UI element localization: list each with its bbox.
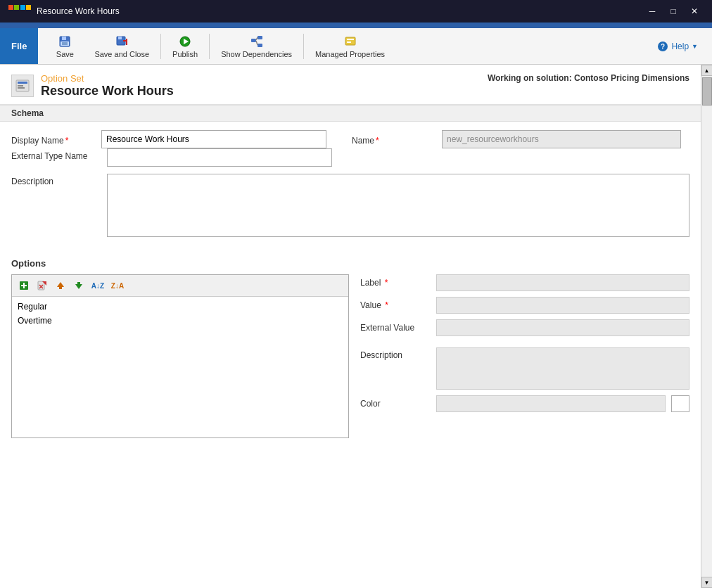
options-list-area: A↓Z Z↓A Regular Overtime [11,274,349,438]
option-desc-textarea[interactable] [436,347,689,390]
help-dropdown-icon: ▼ [692,43,698,50]
show-deps-button[interactable]: Show Dependencies [212,30,300,63]
save-close-label: Save and Close [94,50,149,58]
option-desc-row: Description [360,347,689,390]
display-name-group: Display Name* [11,130,326,148]
spacer [360,342,689,347]
form-breadcrumb: Option Set [41,73,174,84]
publish-button[interactable]: Publish [164,30,206,63]
svg-rect-17 [347,41,351,43]
window-title: Resource Work Hours [37,6,637,16]
window-controls: ─ □ ✕ [643,4,704,18]
ribbon-toolbar: File Save [0,28,712,65]
option-value-label: Value * [360,300,431,310]
form-header: Option Set Resource Work Hours Working o… [0,65,701,105]
move-up-button[interactable] [53,278,68,293]
name-group: Name* [352,130,689,148]
option-color-label: Color [360,399,431,409]
option-ext-value-input[interactable] [436,319,689,336]
move-down-button[interactable] [71,278,87,293]
svg-rect-3 [62,42,68,45]
publish-icon [178,34,192,49]
color-swatch[interactable] [671,395,689,412]
show-deps-label: Show Dependencies [221,50,292,58]
maximize-button[interactable]: □ [664,4,682,18]
close-button[interactable]: ✕ [685,4,704,18]
ribbon-accent-strip [0,23,712,28]
option-value-input[interactable] [436,297,689,314]
option-label-input[interactable] [436,274,689,291]
sort-asc-button[interactable]: A↓Z [89,278,106,293]
save-button[interactable]: Save [44,30,86,63]
svg-text:?: ? [661,43,665,51]
solution-info: Working on solution: Contoso Pricing Dim… [488,73,689,83]
delete-option-button[interactable] [34,278,50,293]
options-layout: A↓Z Z↓A Regular Overtime [11,274,689,438]
option-color-input[interactable] [436,395,666,412]
label-required: * [385,278,388,288]
display-name-label: Display Name* [11,133,96,146]
display-name-name-row: Display Name* Name* [11,130,689,148]
add-option-button[interactable] [16,278,32,293]
managed-props-button[interactable]: Managed Properties [307,30,393,63]
minimize-button[interactable]: ─ [643,4,661,18]
options-toolbar: A↓Z Z↓A [12,275,348,297]
save-icon [58,34,72,49]
external-type-input[interactable] [107,148,332,167]
help-icon: ? [657,41,668,52]
option-ext-value-row: External Value [360,319,689,336]
options-right-panel: Label * Value * [360,274,689,438]
options-list: Regular Overtime [12,297,348,437]
save-label: Save [56,50,74,58]
external-type-label: External Type Name [11,148,96,161]
value-required: * [385,300,388,310]
file-button[interactable]: File [0,28,38,64]
save-close-icon [115,34,129,49]
svg-marker-33 [75,284,82,289]
svg-rect-21 [18,82,27,84]
options-title: Options [11,258,689,269]
svg-rect-10 [251,39,256,42]
scroll-down-arrow[interactable]: ▼ [701,577,713,588]
name-input[interactable] [442,130,681,148]
description-row: Description [11,174,689,237]
show-deps-icon [250,34,264,49]
scroll-thumb[interactable] [702,77,712,106]
ribbon-sep-3 [303,34,304,59]
svg-rect-23 [18,87,25,89]
svg-rect-16 [347,39,354,40]
sort-desc-button[interactable]: Z↓A [109,278,126,293]
form-title-text: Option Set Resource Work Hours [41,73,174,98]
title-bar: Resource Work Hours ─ □ ✕ [0,0,712,23]
option-desc-label: Description [360,347,431,360]
help-button[interactable]: ? Help ▼ [649,37,706,56]
svg-rect-1 [62,37,66,40]
svg-rect-32 [59,287,62,289]
name-label: Name* [352,133,436,146]
scrollbar[interactable]: ▲ ▼ [701,65,712,588]
display-name-input[interactable] [101,130,326,148]
scroll-up-arrow[interactable]: ▲ [701,65,713,76]
schema-fields: Display Name* Name* External Type Name [0,122,701,253]
option-label-row: Label * [360,274,689,291]
ribbon-sep-2 [209,34,210,59]
description-textarea[interactable] [107,174,689,237]
option-label-label: Label * [360,278,431,288]
option-item-overtime[interactable]: Overtime [12,314,348,328]
help-label: Help [671,41,689,51]
managed-props-label: Managed Properties [315,50,385,58]
description-label: Description [11,174,96,186]
form-icon [11,75,34,97]
svg-rect-27 [38,281,44,290]
display-name-required: * [65,136,69,146]
option-color-row: Color [360,395,689,412]
svg-line-14 [256,41,258,45]
svg-rect-22 [18,85,23,87]
option-item-regular[interactable]: Regular [12,300,348,314]
schema-section-label: Schema [0,105,701,122]
options-section: Options [0,253,701,447]
main-content: Option Set Resource Work Hours Working o… [0,65,701,588]
save-close-button[interactable]: Save and Close [86,30,158,63]
svg-rect-12 [258,44,262,47]
form-title-area: Option Set Resource Work Hours [11,73,174,98]
